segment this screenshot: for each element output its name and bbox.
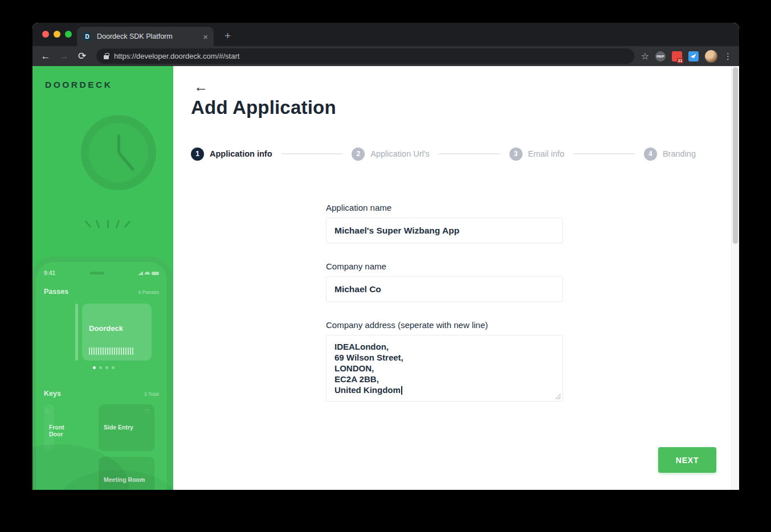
company-name-group: Company name [326,261,563,302]
extension-badge: 21 [677,58,683,63]
blue-extension-icon[interactable] [688,51,699,62]
side-entry-label: Side Entry [104,424,133,431]
application-form: Application name Company name Company ad… [326,203,563,420]
passes-title: Passes [44,288,68,296]
company-name-label: Company name [326,261,563,271]
page-scrollbar [731,66,739,490]
keys-meta: 3 Total [144,391,159,397]
main-panel: ← Add Application 1 Application info 2 A… [173,66,731,490]
step-4-circle: 4 [644,148,657,161]
back-button[interactable]: ← [194,79,208,95]
resize-handle-icon[interactable] [555,394,561,399]
company-address-textarea[interactable]: IDEALondon, 69 Wilson Street, LONDON, EC… [326,335,563,402]
new-tab-button[interactable]: + [225,30,231,42]
window-controls [42,31,72,38]
front-door-label: Front Door [49,424,64,437]
previous-card-edge [75,304,78,361]
clock-hour-hand [117,134,120,153]
step-3-circle: 3 [509,148,523,161]
url-text: https://developer.doordeck.com/#/start [114,52,239,60]
next-button[interactable]: NEXT [658,447,716,473]
page-title: Add Application [191,97,336,118]
heart-icon: ♡ [44,408,50,415]
application-name-label: Application name [326,203,563,212]
wizard-stepper: 1 Application info 2 Application Url's 3… [191,146,696,162]
close-window-button[interactable] [42,31,49,38]
passes-meta: 4 Passes [138,289,159,295]
page-content: DOORDECK 9:41 [32,66,739,490]
browser-tab[interactable]: D Doordeck SDK Platform × [77,27,214,46]
carousel-dots [93,366,159,369]
step-connector [573,153,635,154]
barcode-icon [89,347,133,355]
company-address-value: IDEALondon, 69 Wilson Street, LONDON, EC… [334,342,403,395]
lock-icon [104,55,109,59]
step-2-label: Application Url's [370,149,430,158]
clock-illustration [81,115,156,190]
browser-menu-icon[interactable]: ⋮ [724,51,732,62]
company-address-group: Company address (seperate with new line)… [326,320,563,402]
step-connector [282,153,343,154]
step-1-label: Application info [210,149,272,158]
reload-icon[interactable]: ⟳ [75,49,89,64]
step-branding[interactable]: 4 Branding [644,148,696,161]
pass-card-title: Doordeck [89,324,123,333]
step-application-info[interactable]: 1 Application info [191,148,272,161]
keys-header: Keys 3 Total [44,390,159,398]
tab-title: Doordeck SDK Platform [97,32,198,40]
side-entry-tile: ♡ Side Entry [99,404,154,451]
step-2-circle: 2 [352,148,365,161]
rbp-extension-icon[interactable]: RBP [655,51,666,62]
red-extension-icon[interactable]: 21 [672,51,682,62]
phone-time: 9:41 [44,270,55,276]
battery-icon [152,272,159,275]
passes-header: Passes 4 Passes [44,288,159,296]
doordeck-pass-card: Doordeck [82,304,152,361]
text-caret [401,386,402,395]
step-4-label: Branding [663,149,696,158]
wifi-icon [145,272,150,275]
keys-title: Keys [44,390,61,398]
phone-status-bar: 9:41 [44,270,159,276]
back-nav-icon[interactable]: ← [38,49,53,64]
toolbar-right: ☆ RBP 21 ⋮ [641,50,733,63]
step-3-label: Email info [528,149,565,158]
company-name-input[interactable] [326,276,563,302]
minimize-window-button[interactable] [54,31,60,38]
maximize-window-button[interactable] [65,31,72,38]
clock-minute-hand [117,152,134,171]
step-email-info[interactable]: 3 Email info [509,148,565,161]
step-1-circle: 1 [191,148,204,161]
phone-notch [89,272,104,275]
signal-icon [138,271,143,275]
application-name-input[interactable] [326,218,563,243]
doordeck-favicon-icon: D [83,32,92,41]
step-connector [439,153,500,154]
step-application-urls[interactable]: 2 Application Url's [352,148,430,161]
profile-avatar[interactable] [705,50,717,63]
application-name-group: Application name [326,203,563,243]
tab-strip: D Doordeck SDK Platform × + [32,23,739,46]
scrollbar-thumb[interactable] [733,67,738,244]
browser-window: D Doordeck SDK Platform × + ← → ⟳ https:… [32,23,739,490]
tab-close-icon[interactable]: × [203,32,208,41]
forward-nav-icon[interactable]: → [56,49,71,64]
company-address-label: Company address (seperate with new line) [326,320,563,330]
burst-rays-illustration [87,220,128,228]
pass-carousel: Doordeck [75,304,159,361]
phone-status-icons [138,271,159,275]
sidebar: DOORDECK 9:41 [32,66,173,490]
browser-toolbar: ← → ⟳ https://developer.doordeck.com/#/s… [32,46,739,66]
doordeck-logo[interactable]: DOORDECK [45,80,112,90]
heart-icon: ♡ [145,408,150,415]
address-bar[interactable]: https://developer.doordeck.com/#/start [96,48,634,64]
bookmark-star-icon[interactable]: ☆ [641,51,649,62]
